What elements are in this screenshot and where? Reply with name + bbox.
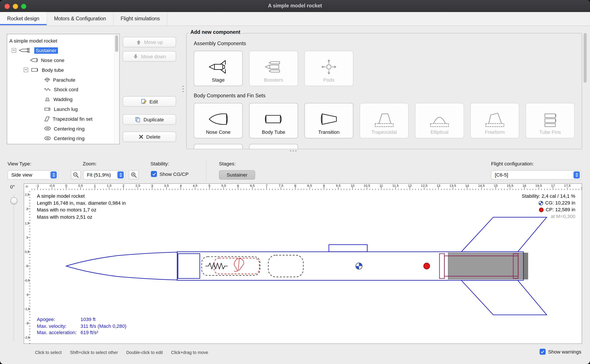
dropdown-stepper-icon[interactable] — [573, 171, 580, 178]
arrow-down-icon — [133, 53, 138, 59]
tab-rocket-design[interactable]: Rocket design — [0, 12, 47, 25]
flight-data-readout: Apogee:1039 ft Max. velocity:311 ft/s (M… — [37, 316, 127, 336]
shock-cord-outline[interactable] — [202, 257, 260, 275]
expander-minus-icon[interactable] — [24, 68, 28, 72]
delete-button[interactable]: Delete — [123, 132, 176, 142]
stage-toggle-sustainer[interactable]: Sustainer — [219, 170, 255, 180]
tree-item-launch-lug[interactable]: Launch lug — [7, 104, 119, 114]
component-button-transition[interactable]: Transition — [304, 103, 353, 138]
horizontal-splitter-grip[interactable] — [290, 150, 296, 151]
boosters-icon — [263, 57, 284, 76]
component-button-label: Transition — [318, 129, 339, 135]
tree-item-label: Nose cone — [41, 57, 64, 63]
main-tabbar: Rocket designMotors & ConfigurationFligh… — [0, 12, 590, 26]
component-button-clipped[interactable] — [249, 144, 298, 149]
wadding-outline[interactable] — [268, 255, 303, 277]
show-warnings-checkbox[interactable] — [540, 349, 546, 355]
section-label-body-components-and-fin-sets: Body Components and Fin Sets — [194, 93, 582, 98]
tab-motors-configuration[interactable]: Motors & Configuration — [47, 12, 114, 25]
zoom-label: Zoom: — [83, 161, 97, 167]
component-button-body-tube[interactable]: Body Tube — [249, 103, 298, 138]
duplicate-button[interactable]: Duplicate — [123, 114, 176, 125]
tree-item-label: Centering ring — [54, 126, 85, 131]
dropdown-stepper-icon[interactable] — [117, 171, 124, 178]
flight-config-dropdown[interactable]: [C6-5] — [491, 170, 581, 180]
launch-lug-icon — [44, 107, 51, 111]
nose-cone-outline[interactable] — [66, 252, 177, 280]
tree-item-shock-cord[interactable]: Shock cord — [7, 84, 119, 94]
titlebar: A simple model rocket — [0, 0, 590, 13]
freeform-fin-icon — [484, 110, 505, 129]
component-button-label: Freeform — [485, 129, 505, 135]
zoom-in-button[interactable] — [129, 170, 139, 180]
tree-item-a-simple-model-rocket[interactable]: A simple model rocket — [7, 36, 119, 46]
tree-item-centering-ring[interactable]: Centering ring — [7, 133, 119, 143]
vertical-splitter-grip[interactable] — [182, 86, 184, 92]
fin-lower[interactable] — [461, 280, 547, 315]
motor-end[interactable] — [523, 253, 528, 279]
tree-item-label: Centering ring — [54, 136, 85, 141]
add-panel-scrollbar-thumb[interactable] — [584, 33, 587, 83]
component-button-trapezoidal: Trapezoidal — [360, 103, 409, 138]
wadding-icon — [44, 97, 51, 102]
parachute-outline[interactable] — [214, 258, 259, 274]
component-button-label: Nose Cone — [206, 129, 231, 135]
centering-ring-forward[interactable] — [439, 254, 444, 279]
dropdown-stepper-icon[interactable] — [50, 171, 57, 178]
show-cgcp-checkbox[interactable] — [151, 171, 157, 177]
motor[interactable] — [448, 253, 523, 279]
tree-item-centering-ring[interactable]: Centering ring — [7, 124, 119, 134]
component-button-label: Body Tube — [262, 129, 285, 135]
zoom-dropdown[interactable]: Fit (51,9%) — [83, 170, 125, 180]
tree-item-nose-cone[interactable]: Nose cone — [7, 55, 119, 65]
component-button-clipped[interactable] — [194, 144, 243, 149]
tree-item-wadding[interactable]: Wadding — [7, 94, 119, 104]
rotation-angle-label: 0° — [10, 184, 15, 190]
view-toolbar: View Type: Side view Zoom: Fit (51,9%) — [0, 157, 590, 183]
cg-icon — [538, 201, 543, 205]
rocket-info-text: A simple model rocket Length 16,748 in, … — [37, 193, 126, 221]
shock-cord-icon — [44, 87, 51, 92]
move-up-button: Move up — [123, 37, 176, 47]
component-button-pods: Pods — [304, 51, 353, 86]
component-button-label: Stage — [212, 77, 225, 83]
launch-lug[interactable] — [329, 245, 367, 252]
show-cgcp-label: Show CG/CP — [160, 171, 188, 177]
nose-shoulder[interactable] — [178, 254, 200, 279]
tree-item-label: Shock cord — [54, 87, 78, 92]
rocket-icon — [19, 48, 32, 53]
cp-marker — [424, 263, 430, 269]
fin-upper[interactable] — [461, 217, 547, 252]
tree-scrollbar — [114, 34, 119, 144]
tree-item-sustainer[interactable]: Sustainer — [7, 46, 119, 55]
rotation-slider-knob[interactable] — [11, 197, 17, 204]
stability-readout: Stability: 2,4 cal / 14,1 % CG: 10,229 i… — [522, 193, 575, 220]
bodytube-icon — [263, 110, 284, 129]
component-button-stage[interactable]: Stage — [194, 51, 243, 86]
component-button-nose-cone[interactable]: Nose Cone — [194, 103, 243, 138]
parachute-icon — [44, 77, 50, 82]
component-button-boosters: Boosters — [249, 51, 298, 86]
tree-item-label: Sustainer — [34, 47, 58, 53]
centering-ring-icon — [44, 126, 51, 131]
expander-minus-icon[interactable] — [12, 48, 16, 52]
tree-item-label: Parachute — [53, 77, 75, 83]
add-component-title: Add new component — [188, 29, 242, 35]
view-type-dropdown[interactable]: Side view — [7, 170, 58, 180]
edit-button[interactable]: Edit — [123, 96, 176, 107]
component-button-freeform: Freeform — [470, 103, 519, 138]
tree-item-trapezoidal-fin-set[interactable]: Trapezoidal fin set — [7, 114, 119, 124]
zoom-out-button[interactable] — [71, 170, 81, 180]
shock-cord-spring[interactable] — [205, 263, 228, 269]
transition-icon — [318, 110, 339, 129]
arrow-up-icon — [136, 39, 142, 45]
magnifier-plus-icon — [131, 172, 137, 178]
parachute-glyph[interactable] — [234, 259, 244, 272]
show-warnings-label: Show warnings — [548, 349, 582, 355]
tree-item-parachute[interactable]: Parachute — [7, 75, 119, 85]
rocket-design-canvas[interactable]: in -1-0,500,511,522,533,544,555,566,577,… — [24, 183, 582, 344]
tab-flight-simulations[interactable]: Flight simulations — [114, 12, 168, 25]
tree-item-body-tube[interactable]: Body tube — [7, 65, 119, 75]
tree-scrollbar-thumb[interactable] — [115, 35, 118, 52]
interaction-hints: Click to select Shift+click to select ot… — [35, 350, 208, 355]
